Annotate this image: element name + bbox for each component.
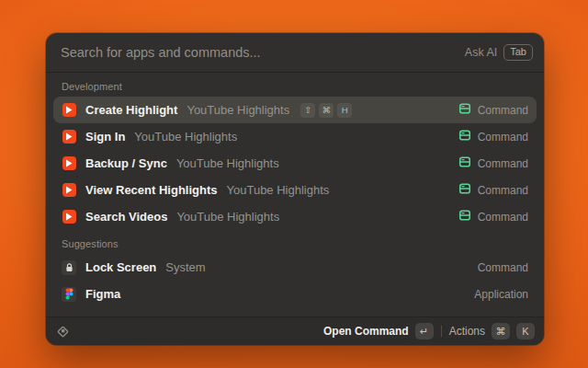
item-title: Sign In (85, 130, 125, 144)
list-item-view-recent-highlights[interactable]: View Recent Highlights YouTube Highlight… (53, 177, 537, 203)
item-type: Command (478, 261, 528, 274)
lock-icon (62, 260, 76, 275)
item-subtitle: YouTube Highlights (134, 130, 237, 144)
item-type: Command (478, 104, 528, 117)
item-title: Search Videos (85, 210, 167, 224)
search-bar: Ask AI Tab (46, 33, 544, 73)
command-type-icon (458, 209, 471, 225)
command-type-icon (458, 182, 471, 199)
item-title: View Recent Highlights (85, 183, 218, 197)
h-key: H (337, 103, 352, 118)
open-command-label: Open Command (323, 325, 409, 338)
item-shortcut: ⇧ ⌘ H (300, 103, 352, 118)
raycast-logo-icon (55, 324, 71, 339)
item-title: Backup / Sync (85, 156, 167, 170)
actions-button[interactable]: Actions ⌘ K (449, 323, 535, 339)
figma-icon (62, 287, 76, 302)
list-item-figma[interactable]: Figma Application (53, 281, 537, 307)
tab-key-badge: Tab (503, 44, 533, 61)
item-type: Command (478, 184, 528, 197)
list-item-backup-sync[interactable]: Backup / Sync YouTube Highlights Command (53, 150, 537, 177)
youtube-extension-icon (62, 156, 76, 171)
list-item-lock-screen[interactable]: Lock Screen System Command (53, 254, 537, 281)
command-key-icon: ⌘ (492, 323, 510, 339)
footer-divider (441, 326, 442, 337)
item-type: Command (478, 211, 528, 224)
item-type: Command (478, 131, 528, 144)
command-type-icon (458, 155, 471, 172)
item-subtitle: YouTube Highlights (227, 183, 330, 197)
results-list: Development Create Highlight YouTube Hig… (46, 73, 544, 316)
item-subtitle: YouTube Highlights (176, 210, 279, 224)
return-key-icon: ↵ (415, 323, 434, 339)
list-item-sign-in[interactable]: Sign In YouTube Highlights Command (53, 123, 537, 150)
list-item-create-highlight[interactable]: Create Highlight YouTube Highlights ⇧ ⌘ … (53, 97, 537, 123)
section-header-suggestions: Suggestions (53, 230, 537, 254)
youtube-extension-icon (62, 130, 76, 144)
ask-ai-button[interactable]: Ask AI Tab (465, 44, 533, 61)
item-title: Figma (85, 287, 120, 301)
open-command-button[interactable]: Open Command ↵ (323, 323, 434, 339)
list-item-search-videos[interactable]: Search Videos YouTube Highlights Command (53, 203, 537, 230)
youtube-extension-icon (62, 103, 76, 118)
footer-bar: Open Command ↵ Actions ⌘ K (46, 316, 544, 345)
k-key: K (516, 323, 535, 339)
item-subtitle: YouTube Highlights (176, 156, 279, 170)
item-type: Application (474, 288, 528, 301)
ask-ai-label: Ask AI (465, 46, 497, 59)
item-subtitle: System (165, 260, 205, 274)
actions-label: Actions (449, 325, 485, 338)
command-type-icon (458, 102, 471, 119)
shift-key-icon: ⇧ (300, 103, 315, 118)
search-input[interactable] (61, 45, 465, 60)
item-subtitle: YouTube Highlights (187, 103, 289, 117)
item-title: Create Highlight (85, 103, 177, 117)
youtube-extension-icon (62, 210, 76, 224)
youtube-extension-icon (62, 183, 76, 198)
item-title: Lock Screen (85, 260, 156, 274)
command-type-icon (458, 129, 471, 145)
launcher-window: Ask AI Tab Development Create Highlight … (46, 33, 544, 345)
item-type: Command (478, 157, 528, 170)
section-header-development: Development (53, 73, 537, 97)
command-key-icon: ⌘ (319, 103, 334, 118)
